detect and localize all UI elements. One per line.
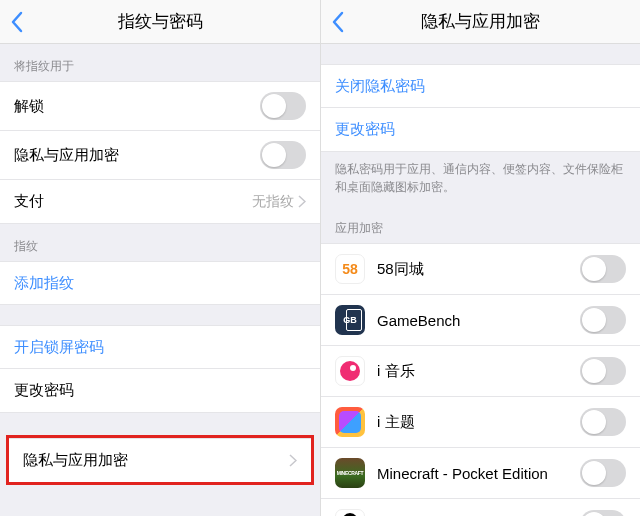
label-unlock: 解锁	[14, 97, 260, 116]
app-name: 58同城	[377, 260, 580, 279]
row-close-privacy-pwd[interactable]: 关闭隐私密码	[321, 64, 640, 108]
chevron-left-icon	[10, 11, 24, 33]
toggle-app[interactable]	[580, 357, 626, 385]
header: 隐私与应用加密	[321, 0, 640, 44]
privacy-encrypt-pane: 隐私与应用加密 关闭隐私密码 更改密码 隐私密码用于应用、通信内容、便签内容、文…	[320, 0, 640, 516]
app-icon-58: 58	[335, 254, 365, 284]
privacy-desc: 隐私密码用于应用、通信内容、便签内容、文件保险柜和桌面隐藏图标加密。	[321, 152, 640, 206]
label-payment: 支付	[14, 192, 252, 211]
row-privacy-encrypt-toggle[interactable]: 隐私与应用加密	[0, 131, 320, 180]
back-button[interactable]	[331, 0, 345, 44]
toggle-privacy-encrypt[interactable]	[260, 141, 306, 169]
row-payment[interactable]: 支付 无指纹	[0, 180, 320, 224]
section-header-use: 将指纹用于	[0, 44, 320, 81]
label-close-privacy-pwd: 关闭隐私密码	[335, 77, 626, 96]
label-change-pwd: 更改密码	[335, 120, 626, 139]
app-row[interactable]: i 音乐	[321, 346, 640, 397]
row-change-pwd[interactable]: 更改密码	[321, 108, 640, 152]
app-name: Minecraft - Pocket Edition	[377, 465, 580, 482]
app-icon-itheme	[335, 407, 365, 437]
content-scroll[interactable]: 将指纹用于 解锁 隐私与应用加密 支付 无指纹 指纹 添加指纹 开启锁屏密码 更…	[0, 44, 320, 516]
toggle-app[interactable]	[580, 459, 626, 487]
section-header-app: 应用加密	[321, 206, 640, 243]
highlight-box: 隐私与应用加密	[6, 435, 314, 485]
label-change-pwd: 更改密码	[14, 381, 306, 400]
label-add-fp: 添加指纹	[14, 274, 306, 293]
back-button[interactable]	[10, 0, 24, 44]
row-add-fingerprint[interactable]: 添加指纹	[0, 261, 320, 305]
toggle-app[interactable]	[580, 306, 626, 334]
app-row[interactable]: i 主题	[321, 397, 640, 448]
row-change-pwd[interactable]: 更改密码	[0, 369, 320, 413]
label-enable-lock-pwd: 开启锁屏密码	[14, 338, 306, 357]
app-icon-minecraft: MINECRAFT	[335, 458, 365, 488]
app-row[interactable]: 58 58同城	[321, 243, 640, 295]
app-name: i 音乐	[377, 362, 580, 381]
app-icon-gamebench: GB	[335, 305, 365, 335]
row-unlock[interactable]: 解锁	[0, 81, 320, 131]
chevron-right-icon	[289, 454, 297, 467]
section-header-fp: 指纹	[0, 224, 320, 261]
toggle-unlock[interactable]	[260, 92, 306, 120]
chevron-right-icon	[298, 195, 306, 208]
app-row[interactable]: QQ	[321, 499, 640, 516]
value-payment: 无指纹	[252, 193, 294, 211]
app-icon-qq	[335, 509, 365, 516]
header: 指纹与密码	[0, 0, 320, 44]
label-privacy-encrypt: 隐私与应用加密	[14, 146, 260, 165]
label-privacy-encrypt-nav: 隐私与应用加密	[23, 451, 289, 470]
app-name: GameBench	[377, 312, 580, 329]
fingerprint-password-pane: 指纹与密码 将指纹用于 解锁 隐私与应用加密 支付 无指纹 指纹 添加指纹 开启…	[0, 0, 320, 516]
content-scroll[interactable]: 关闭隐私密码 更改密码 隐私密码用于应用、通信内容、便签内容、文件保险柜和桌面隐…	[321, 44, 640, 516]
chevron-left-icon	[331, 11, 345, 33]
app-row[interactable]: MINECRAFT Minecraft - Pocket Edition	[321, 448, 640, 499]
page-title: 隐私与应用加密	[421, 10, 540, 33]
page-title: 指纹与密码	[118, 10, 203, 33]
app-icon-imusic	[335, 356, 365, 386]
row-privacy-encrypt-nav[interactable]: 隐私与应用加密	[9, 438, 311, 482]
app-name: i 主题	[377, 413, 580, 432]
toggle-app[interactable]	[580, 255, 626, 283]
app-row[interactable]: GB GameBench	[321, 295, 640, 346]
toggle-app[interactable]	[580, 510, 626, 516]
row-enable-lock-pwd[interactable]: 开启锁屏密码	[0, 325, 320, 369]
toggle-app[interactable]	[580, 408, 626, 436]
